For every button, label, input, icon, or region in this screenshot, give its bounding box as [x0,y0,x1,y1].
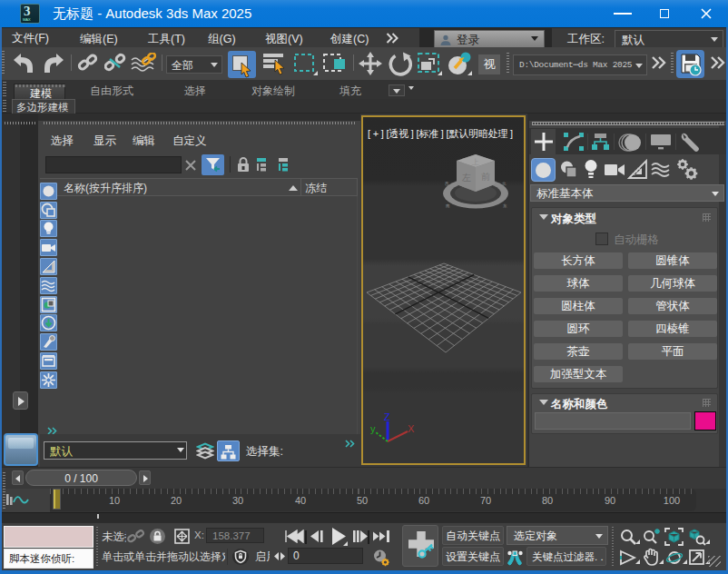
svg-text:X: X [408,423,415,434]
svg-text:y: y [370,423,376,434]
svg-text:Z: Z [384,412,390,422]
